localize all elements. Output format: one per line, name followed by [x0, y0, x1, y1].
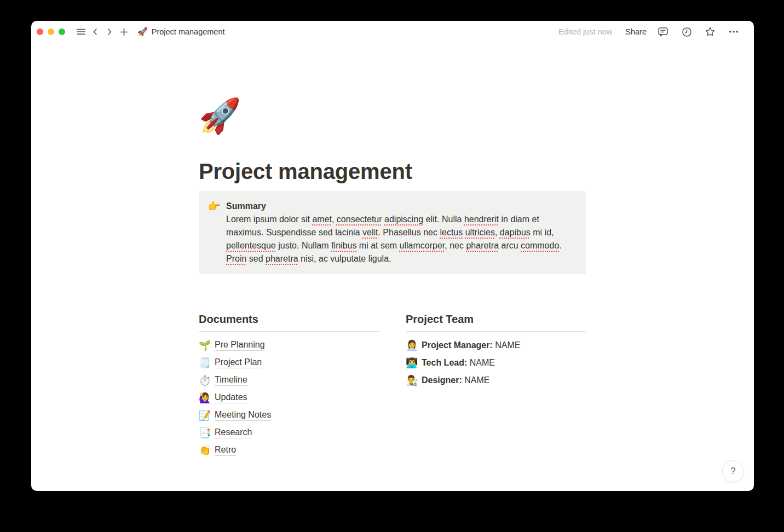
document-link-research[interactable]: 📑 Research: [199, 424, 379, 442]
spiral-notepad-icon: 🗒️: [199, 357, 211, 369]
forward-button[interactable]: [102, 25, 117, 39]
document-link-meeting-notes[interactable]: 📝 Meeting Notes: [199, 407, 379, 424]
document-link-label[interactable]: Research: [215, 427, 252, 438]
new-page-button[interactable]: [117, 25, 131, 39]
app-window: 🚀 Project management Edited just now Sha…: [31, 21, 754, 491]
misspelled-word: consectetur: [337, 215, 382, 224]
project-team-heading: Project Team: [406, 313, 586, 332]
pointing-right-icon[interactable]: 👉: [207, 200, 221, 265]
misspelled-word: amet: [312, 215, 332, 224]
minimize-window-button[interactable]: [48, 28, 54, 35]
team-role-label: Project Manager:: [422, 340, 493, 350]
team-member-project-manager: 👩‍💼 Project Manager: NAME: [406, 337, 586, 354]
comments-icon[interactable]: [656, 25, 670, 39]
team-member-designer: 👨‍🎨 Designer: NAME: [406, 372, 586, 389]
team-member-name: NAME: [470, 358, 495, 367]
clapping-hands-icon: 👏: [199, 444, 211, 456]
memo-icon: 📝: [199, 409, 211, 421]
misspelled-word: commodo: [521, 241, 559, 250]
history-clock-icon[interactable]: [679, 25, 694, 39]
rocket-icon: 🚀: [137, 27, 148, 37]
callout-body: Summary Lorem ipsum dolor sit amet, cons…: [226, 200, 578, 265]
document-link-label[interactable]: Pre Planning: [215, 340, 265, 351]
misspelled-word: adipiscing: [384, 215, 423, 224]
team-member-name: NAME: [495, 340, 520, 350]
documents-heading: Documents: [199, 313, 379, 332]
seedling-icon: 🌱: [199, 339, 211, 351]
close-window-button[interactable]: [37, 28, 43, 35]
document-link-updates[interactable]: 🙋‍♀️ Updates: [199, 389, 379, 407]
page-content: 🚀 Project management 👉 Summary Lorem ips…: [199, 95, 586, 459]
help-button[interactable]: ?: [722, 460, 744, 482]
back-button[interactable]: [88, 25, 102, 39]
woman-office-worker-icon: 👩‍💼: [406, 339, 418, 351]
team-member-name: NAME: [464, 375, 489, 385]
team-member-tech-lead: 👨‍💻 Tech Lead: NAME: [406, 354, 586, 372]
callout-heading: Summary: [226, 200, 578, 213]
last-edited-status: Edited just now: [558, 27, 612, 36]
misspelled-word: ultricies: [465, 228, 495, 237]
team-member-text: Tech Lead: NAME: [422, 358, 495, 368]
breadcrumb[interactable]: 🚀 Project management: [137, 27, 225, 37]
document-link-label[interactable]: Meeting Notes: [215, 410, 271, 421]
misspelled-word: finibus: [331, 241, 356, 250]
titlebar-left: 🚀 Project management: [37, 25, 225, 39]
team-role-label: Designer:: [422, 375, 462, 385]
project-team-column: Project Team 👩‍💼 Project Manager: NAME 👨…: [406, 313, 586, 459]
technologist-icon: 👨‍💻: [406, 357, 418, 369]
favorite-star-icon[interactable]: [703, 25, 717, 39]
document-link-project-plan[interactable]: 🗒️ Project Plan: [199, 354, 379, 372]
documents-list: 🌱 Pre Planning 🗒️ Project Plan ⏱️ Timeli…: [199, 337, 379, 459]
team-role-label: Tech Lead:: [422, 358, 467, 367]
man-artist-icon: 👨‍🎨: [406, 374, 418, 386]
two-column-section: Documents 🌱 Pre Planning 🗒️ Project Plan…: [199, 313, 586, 459]
titlebar-right: Edited just now Share: [558, 25, 741, 39]
team-member-text: Designer: NAME: [422, 375, 489, 385]
document-link-label[interactable]: Project Plan: [215, 357, 262, 368]
misspelled-word: pellentesque: [226, 241, 276, 250]
document-link-retro[interactable]: 👏 Retro: [199, 442, 379, 459]
misspelled-word: hendrerit: [464, 215, 499, 224]
summary-callout: 👉 Summary Lorem ipsum dolor sit amet, co…: [199, 191, 586, 274]
document-link-pre-planning[interactable]: 🌱 Pre Planning: [199, 337, 379, 354]
more-options-icon[interactable]: [727, 25, 741, 39]
stopwatch-icon: ⏱️: [199, 374, 211, 386]
desktop: { "titlebar": { "title_icon": "🚀", "titl…: [0, 0, 784, 532]
share-button[interactable]: Share: [625, 27, 647, 36]
team-list: 👩‍💼 Project Manager: NAME 👨‍💻 Tech Lead:…: [406, 337, 586, 389]
callout-text: Lorem ipsum dolor sit amet, consectetur …: [226, 213, 578, 265]
misspelled-word: lectus: [440, 228, 463, 237]
team-member-text: Project Manager: NAME: [422, 340, 521, 350]
bookmark-tabs-icon: 📑: [199, 427, 211, 439]
misspelled-word: velit: [362, 228, 378, 237]
misspelled-word: Proin: [226, 254, 246, 263]
misspelled-word: dapibus: [500, 228, 531, 237]
misspelled-word: pharetra: [466, 241, 499, 250]
sidebar-menu-icon[interactable]: [74, 25, 88, 39]
breadcrumb-page-title: Project management: [152, 27, 225, 36]
document-link-label[interactable]: Updates: [215, 392, 247, 403]
misspelled-word: ullamcorper: [400, 241, 445, 250]
page-title: Project management: [199, 158, 586, 184]
documents-column: Documents 🌱 Pre Planning 🗒️ Project Plan…: [199, 313, 379, 459]
titlebar: 🚀 Project management Edited just now Sha…: [31, 21, 754, 43]
document-link-timeline[interactable]: ⏱️ Timeline: [199, 372, 379, 389]
misspelled-word: pharetra: [266, 254, 298, 263]
page-icon-rocket[interactable]: 🚀: [199, 95, 243, 137]
window-controls: [37, 28, 65, 35]
document-link-label[interactable]: Retro: [215, 445, 236, 456]
woman-raising-hand-icon: 🙋‍♀️: [199, 392, 211, 404]
zoom-window-button[interactable]: [59, 28, 65, 35]
document-link-label[interactable]: Timeline: [215, 375, 247, 386]
